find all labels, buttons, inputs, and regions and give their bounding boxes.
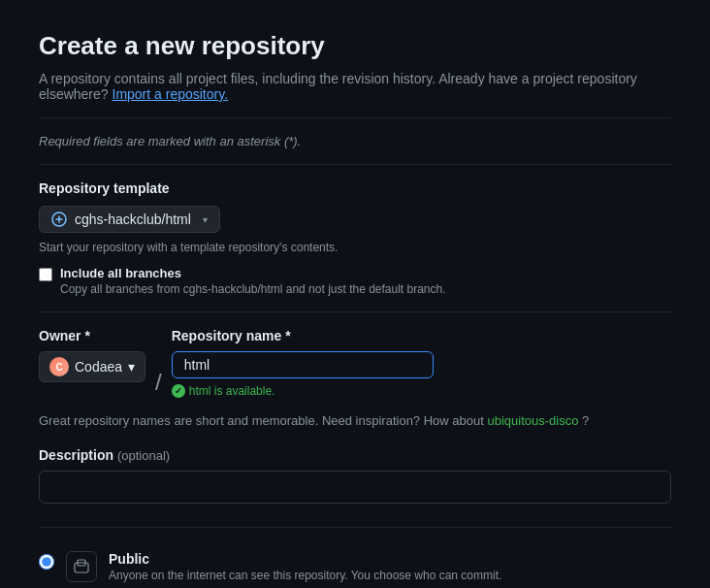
slash-separator: /: [153, 369, 164, 396]
include-branches-checkbox[interactable]: [39, 268, 52, 281]
owner-dropdown[interactable]: C Codaea ▾: [39, 351, 145, 382]
repo-name-label: Repository name *: [172, 328, 434, 343]
public-text: Public Anyone on the internet can see th…: [109, 551, 501, 582]
svg-rect-1: [75, 563, 88, 572]
template-dropdown[interactable]: cghs-hackclub/html ▾: [39, 206, 220, 233]
include-branches-sub: Copy all branches from cghs-hackclub/htm…: [60, 282, 446, 296]
include-branches-row: Include all branches Copy all branches f…: [39, 266, 671, 296]
check-icon: ✓: [172, 384, 185, 398]
description-input[interactable]: [39, 471, 671, 504]
page-subtitle: A repository contains all project files,…: [39, 71, 671, 102]
template-repo-icon: [51, 212, 67, 227]
divider-visibility: [39, 527, 671, 528]
owner-label: Owner *: [39, 328, 145, 343]
available-message: ✓ html is available.: [172, 384, 434, 398]
public-radio[interactable]: [39, 554, 54, 570]
repo-name-input[interactable]: [172, 351, 434, 378]
public-icon: [66, 551, 97, 582]
inspiration-suggestion[interactable]: ubiquitous-disco: [487, 413, 578, 428]
owner-field-group: Owner * C Codaea ▾: [39, 328, 145, 382]
include-branches-label: Include all branches: [60, 266, 446, 280]
owner-name: Codaea: [75, 359, 122, 375]
template-hint: Start your repository with a template re…: [39, 241, 671, 254]
available-text: html is available.: [189, 384, 275, 398]
public-title: Public: [109, 551, 501, 567]
owner-repo-row: Owner * C Codaea ▾ / Repository name * ✓…: [39, 328, 671, 398]
public-subtitle: Anyone on the internet can see this repo…: [109, 569, 501, 582]
optional-label: (optional): [117, 448, 170, 463]
import-link[interactable]: Import a repository.: [113, 86, 229, 102]
visibility-section: Public Anyone on the internet can see th…: [39, 551, 671, 588]
owner-chevron-icon: ▾: [128, 359, 135, 375]
repo-name-field-group: Repository name * ✓ html is available.: [172, 328, 434, 398]
owner-avatar: C: [49, 357, 69, 376]
divider-top: [39, 117, 671, 118]
divider-owner: [39, 311, 671, 312]
description-label: Description (optional): [39, 447, 671, 463]
template-label: Repository template: [39, 180, 671, 196]
public-option: Public Anyone on the internet can see th…: [39, 551, 671, 582]
template-name: cghs-hackclub/html: [75, 212, 191, 227]
page-title: Create a new repository: [39, 31, 671, 61]
required-note: Required fields are marked with an aster…: [39, 134, 671, 148]
inspiration-text: Great repository names are short and mem…: [39, 413, 671, 428]
template-section: Repository template cghs-hackclub/html ▾…: [39, 180, 671, 296]
template-chevron-icon: ▾: [203, 214, 208, 225]
description-section: Description (optional): [39, 447, 671, 504]
divider-required: [39, 164, 671, 165]
